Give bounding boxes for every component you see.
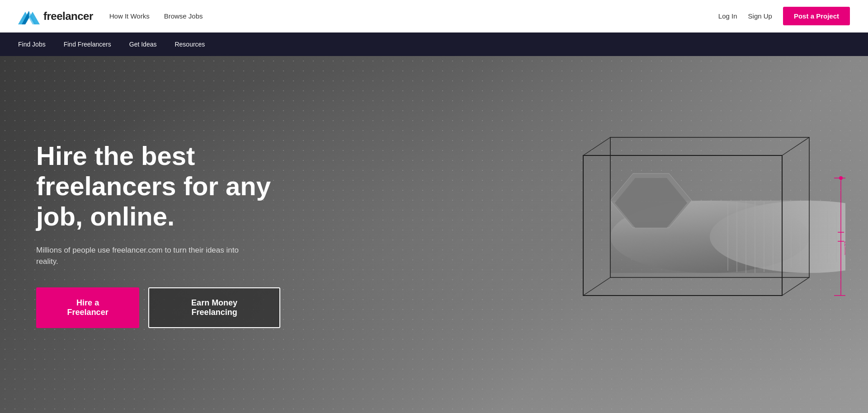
svg-point-33 (839, 176, 843, 180)
svg-line-23 (782, 137, 809, 155)
browse-jobs-link[interactable]: Browse Jobs (164, 12, 203, 20)
hero-cad-visual: 22MM (448, 79, 845, 395)
login-link[interactable]: Log In (718, 12, 737, 20)
hero-subtitle: Millions of people use freelancer.com to… (36, 244, 240, 268)
hero-buttons: Hire a Freelancer Earn Money Freelancing (36, 287, 280, 328)
resources-link[interactable]: Resources (165, 33, 214, 56)
hero-content: Hire the best freelancers for any job, o… (0, 141, 316, 328)
top-navigation: freelancer How It Works Browse Jobs Log … (0, 0, 868, 33)
secondary-navigation: Find Jobs Find Freelancers Get Ideas Res… (0, 33, 868, 56)
hire-freelancer-button[interactable]: Hire a Freelancer (36, 287, 139, 328)
logo-link[interactable]: freelancer (18, 7, 93, 25)
find-jobs-link[interactable]: Find Jobs (18, 33, 55, 56)
top-nav-links: How It Works Browse Jobs (109, 12, 203, 20)
how-it-works-link[interactable]: How It Works (109, 12, 150, 20)
svg-line-24 (782, 277, 809, 296)
svg-line-25 (583, 277, 610, 296)
earn-money-button[interactable]: Earn Money Freelancing (148, 287, 280, 328)
svg-line-22 (583, 137, 610, 155)
logo-text: freelancer (43, 10, 93, 23)
post-project-button[interactable]: Post a Project (783, 7, 850, 25)
nav-right: Log In Sign Up Post a Project (718, 7, 850, 25)
get-ideas-link[interactable]: Get Ideas (120, 33, 166, 56)
freelancer-logo-icon (18, 7, 40, 25)
cad-wireframe-svg: 22MM (448, 79, 845, 395)
nav-left: freelancer How It Works Browse Jobs (18, 7, 203, 25)
svg-text:22MM: 22MM (844, 241, 845, 255)
hero-section: 22MM Hire th (0, 56, 868, 413)
hero-title: Hire the best freelancers for any job, o… (36, 141, 280, 231)
signup-link[interactable]: Sign Up (748, 12, 772, 20)
find-freelancers-link[interactable]: Find Freelancers (55, 33, 120, 56)
